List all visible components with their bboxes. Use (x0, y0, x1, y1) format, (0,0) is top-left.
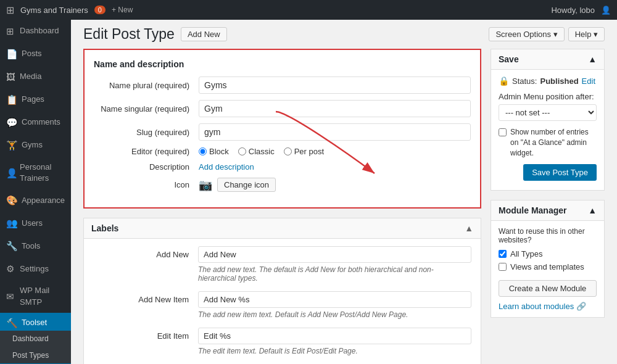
radio-per-post-label: Per post (294, 147, 324, 156)
page-title: Edit Post Type (83, 26, 175, 43)
name-plural-input[interactable] (199, 77, 471, 94)
change-icon-button[interactable]: Change icon (217, 178, 276, 192)
sidebar-item-label: Comments (22, 117, 60, 128)
save-box-title: Save (499, 54, 519, 64)
labels-title: Labels (91, 223, 118, 233)
submenu-label: Post Types (12, 350, 49, 361)
appearance-icon: 🎨 (6, 194, 18, 207)
sidebar-item-posts[interactable]: 📄 Posts (0, 43, 71, 65)
label-add-new-item-input[interactable] (198, 291, 471, 308)
dashboard-icon: ⊞ (6, 25, 16, 38)
screen-options-button[interactable]: Screen Options ▾ (489, 27, 564, 41)
sidebar-item-label: Personal Trainers (20, 162, 65, 184)
icon-controls: 📷 Change icon (199, 178, 276, 192)
comment-bubble[interactable]: 0 (94, 6, 106, 14)
status-edit-link[interactable]: Edit (582, 77, 595, 86)
label-row-header: Edit Item (93, 328, 471, 344)
content-area: Edit Post Type Add New Screen Options ▾ … (71, 20, 617, 364)
sidebar-item-gyms[interactable]: 🏋 Gyms (0, 134, 71, 157)
labels-collapse-icon[interactable]: ▲ (465, 223, 473, 233)
status-value: Published (540, 77, 578, 86)
sidebar-item-label: Settings (20, 263, 49, 275)
media-icon: 🖼 (6, 70, 16, 83)
show-entries-checkbox[interactable] (499, 128, 507, 136)
sidebar-item-toolset-post-types[interactable]: Post Types (0, 347, 71, 364)
label-edit-item-hint: The edit item text. Default is Edit Post… (198, 347, 471, 355)
name-description-box: Name and description Name plural (requir… (83, 49, 481, 209)
label-add-new: Add New (93, 250, 198, 259)
users-icon: 👥 (6, 217, 18, 230)
sidebar-item-settings[interactable]: ⚙ Settings (0, 257, 71, 280)
label-add-new-item-hint: The add new item text. Default is Add Ne… (198, 310, 471, 319)
pages-icon: 📋 (6, 93, 18, 106)
trainers-icon: 👤 (6, 167, 16, 180)
save-collapse-icon[interactable]: ▲ (588, 54, 597, 64)
name-singular-input[interactable] (199, 100, 471, 117)
editor-row: Editor (required) Block Classic (94, 147, 471, 156)
sidebar-item-comments[interactable]: 💬 Comments (0, 111, 71, 134)
learn-about-modules-link[interactable]: Learn about modules 🔗 (499, 302, 586, 311)
admin-bar: ⊞ Gyms and Trainers 0 + New Howdy, lobo … (0, 0, 617, 20)
show-entries-checkbox-row: Show number of entries on "At a Glance" … (499, 127, 597, 158)
all-types-checkbox[interactable] (499, 250, 507, 258)
sidebar-item-label: Media (20, 71, 41, 82)
slug-row: Slug (required) (94, 123, 471, 141)
sidebar-item-dashboard[interactable]: ⊞ Dashboard (0, 20, 71, 43)
site-name[interactable]: Gyms and Trainers (20, 6, 88, 15)
sidebar-item-tools[interactable]: 🔧 Tools (0, 234, 71, 257)
label-row-add-new-item: Add New Item The add new item text. Defa… (93, 291, 471, 319)
wp-logo-icon: ⊞ (6, 4, 14, 16)
radio-block-input[interactable] (199, 147, 207, 155)
label-add-new-item: Add New Item (93, 295, 198, 304)
admin-menu-select[interactable]: --- not set --- (499, 104, 597, 121)
radio-per-post[interactable]: Per post (284, 147, 324, 156)
icon-row: Icon 📷 Change icon (94, 178, 471, 192)
label-row-header: Add New (93, 246, 471, 263)
radio-classic[interactable]: Classic (238, 147, 275, 156)
status-icon: 🔒 (499, 76, 509, 86)
status-row: 🔒 Status: Published Edit (499, 76, 597, 86)
views-templates-checkbox[interactable] (499, 263, 507, 271)
sidebar-item-toolset[interactable]: 🔨 Toolset (0, 313, 71, 331)
sidebar-item-toolset-dashboard[interactable]: Dashboard (0, 331, 71, 347)
sidebar-item-label: WP Mail SMTP (20, 285, 65, 307)
radio-classic-input[interactable] (238, 147, 246, 155)
page-header: Edit Post Type Add New Screen Options ▾ … (71, 20, 617, 43)
help-button[interactable]: Help ▾ (568, 27, 605, 41)
sidebar-item-personal-trainers[interactable]: 👤 Personal Trainers (0, 157, 71, 189)
label-add-new-input[interactable] (198, 246, 471, 263)
name-plural-label: Name plural (required) (94, 81, 199, 90)
description-row: Description Add description (94, 162, 471, 172)
comments-icon: 💬 (6, 116, 18, 129)
toolset-icon: 🔨 (6, 316, 18, 329)
add-description-link[interactable]: Add description (199, 162, 254, 172)
radio-block[interactable]: Block (199, 147, 229, 156)
sidebar-item-pages[interactable]: 📋 Pages (0, 88, 71, 111)
sidebar-item-label: Pages (22, 94, 44, 105)
sidebar-item-users[interactable]: 👥 Users (0, 212, 71, 234)
sidebar-item-label: Gyms (22, 139, 43, 151)
name-plural-row: Name plural (required) (94, 77, 471, 94)
radio-block-label: Block (209, 147, 229, 156)
add-new-button[interactable]: Add New (181, 27, 227, 41)
sidebar-item-label: Dashboard (20, 25, 59, 36)
icon-label: Icon (94, 180, 199, 189)
status-label: Status: (512, 77, 537, 86)
name-singular-row: Name singular (required) (94, 100, 471, 117)
create-module-button[interactable]: Create a New Module (499, 280, 597, 297)
sidebar-item-appearance[interactable]: 🎨 Appearance (0, 189, 71, 212)
label-edit-item-input[interactable] (198, 328, 471, 344)
slug-input[interactable] (199, 123, 471, 141)
annotation-arrow (239, 105, 393, 186)
new-button[interactable]: + New (112, 6, 133, 14)
show-entries-label: Show number of entries on "At a Glance" … (510, 127, 597, 158)
save-post-type-button[interactable]: Save Post Type (523, 164, 597, 181)
sidebar-item-media[interactable]: 🖼 Media (0, 65, 71, 88)
module-collapse-icon[interactable]: ▲ (588, 205, 597, 215)
left-column: Name and description Name plural (requir… (83, 49, 481, 364)
radio-per-post-input[interactable] (284, 147, 292, 155)
sidebar-item-wp-mail-smtp[interactable]: ✉ WP Mail SMTP (0, 280, 71, 312)
admin-menu-label: Admin Menu position after: (499, 92, 597, 101)
label-row-header: Add New Item (93, 291, 471, 308)
labels-header: Labels ▲ (84, 218, 481, 239)
